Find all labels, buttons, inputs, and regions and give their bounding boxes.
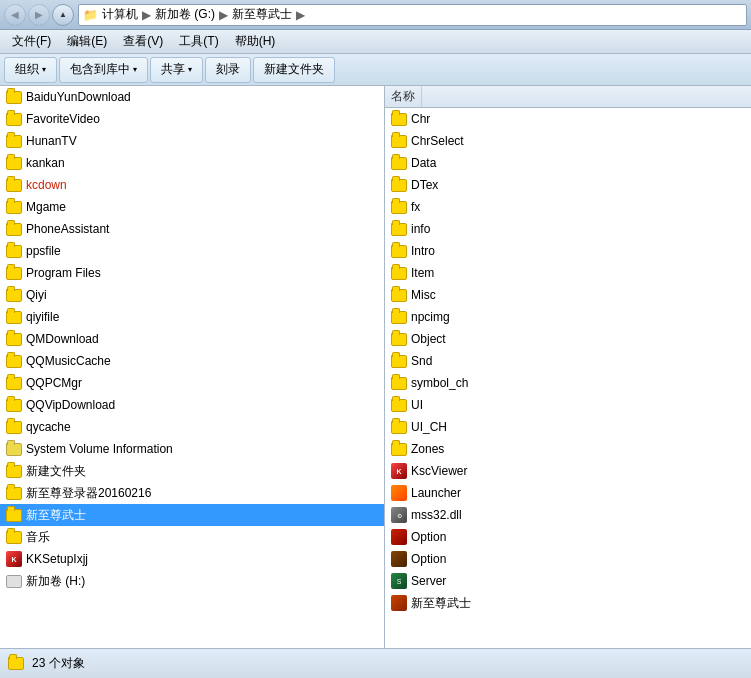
library-label: 包含到库中 (70, 61, 130, 78)
address-icon: 📁 (83, 8, 98, 22)
list-item[interactable]: info (385, 218, 751, 240)
file-icon (391, 155, 407, 171)
list-item[interactable]: System Volume Information (0, 438, 384, 460)
list-item-label: Server (411, 574, 446, 588)
file-icon (391, 397, 407, 413)
status-count: 23 个对象 (32, 655, 85, 672)
list-item-label: Option (411, 552, 446, 566)
library-button[interactable]: 包含到库中 ▾ (59, 57, 148, 83)
menu-edit[interactable]: 编辑(E) (59, 31, 115, 52)
list-item[interactable]: fx (385, 196, 751, 218)
list-item[interactable]: 新至尊武士 (385, 592, 751, 614)
list-item-label: Mgame (26, 200, 66, 214)
organize-button[interactable]: 组织 ▾ (4, 57, 57, 83)
list-item[interactable]: FavoriteVideo (0, 108, 384, 130)
left-panel[interactable]: BaiduYunDownloadFavoriteVideoHunanTVkank… (0, 86, 385, 648)
list-item[interactable]: qycache (0, 416, 384, 438)
forward-button[interactable]: ▶ (28, 4, 50, 26)
list-item-label: Option (411, 530, 446, 544)
address-part-2: 新加卷 (G:) (155, 6, 215, 23)
file-icon (391, 111, 407, 127)
list-item[interactable]: QQVipDownload (0, 394, 384, 416)
list-item[interactable]: QQMusicCache (0, 350, 384, 372)
status-folder-icon (8, 657, 24, 670)
new-folder-button[interactable]: 新建文件夹 (253, 57, 335, 83)
list-item[interactable]: 新建文件夹 (0, 460, 384, 482)
list-item[interactable]: 新至尊武士 (0, 504, 384, 526)
list-item[interactable]: UI (385, 394, 751, 416)
back-button[interactable]: ◀ (4, 4, 26, 26)
file-icon (391, 529, 407, 545)
right-panel[interactable]: 名称 ChrChrSelectDataDTexfxinfoIntroItemMi… (385, 86, 751, 648)
menu-view[interactable]: 查看(V) (115, 31, 171, 52)
list-item-label: Zones (411, 442, 444, 456)
address-bar[interactable]: 📁 计算机 ▶ 新加卷 (G:) ▶ 新至尊武士 ▶ (78, 4, 747, 26)
list-item[interactable]: KKscViewer (385, 460, 751, 482)
list-item[interactable]: 音乐 (0, 526, 384, 548)
list-item-label: info (411, 222, 430, 236)
list-item[interactable]: DTex (385, 174, 751, 196)
file-icon (391, 221, 407, 237)
list-item[interactable]: ⚙mss32.dll (385, 504, 751, 526)
list-item[interactable]: QQPCMgr (0, 372, 384, 394)
menu-file[interactable]: 文件(F) (4, 31, 59, 52)
right-panel-header: 名称 (385, 86, 751, 108)
list-item[interactable]: Program Files (0, 262, 384, 284)
list-item[interactable]: Zones (385, 438, 751, 460)
list-item[interactable]: kcdown (0, 174, 384, 196)
address-part-3: 新至尊武士 (232, 6, 292, 23)
list-item-label: Data (411, 156, 436, 170)
file-icon (391, 353, 407, 369)
file-icon (391, 375, 407, 391)
file-icon: K (391, 463, 407, 479)
list-item-label: FavoriteVideo (26, 112, 100, 126)
new-folder-label: 新建文件夹 (264, 61, 324, 78)
list-item[interactable]: ppsfile (0, 240, 384, 262)
list-item-label: 新至尊武士 (411, 595, 471, 612)
list-item[interactable]: 新加卷 (H:) (0, 570, 384, 592)
list-item[interactable]: Launcher (385, 482, 751, 504)
list-item[interactable]: Intro (385, 240, 751, 262)
list-item[interactable]: qiyifile (0, 306, 384, 328)
share-chevron: ▾ (188, 65, 192, 74)
list-item[interactable]: Data (385, 152, 751, 174)
menu-bar: 文件(F) 编辑(E) 查看(V) 工具(T) 帮助(H) (0, 30, 751, 54)
list-item[interactable]: Mgame (0, 196, 384, 218)
list-item[interactable]: symbol_ch (385, 372, 751, 394)
list-item[interactable]: Item (385, 262, 751, 284)
list-item[interactable]: Option (385, 548, 751, 570)
list-item[interactable]: PhoneAssistant (0, 218, 384, 240)
list-item[interactable]: KKKSetupIxjj (0, 548, 384, 570)
list-item[interactable]: 新至尊登录器20160216 (0, 482, 384, 504)
toolbar: 组织 ▾ 包含到库中 ▾ 共享 ▾ 刻录 新建文件夹 (0, 54, 751, 86)
menu-tools[interactable]: 工具(T) (171, 31, 226, 52)
list-item-label: 新至尊武士 (26, 507, 86, 524)
right-items-container: ChrChrSelectDataDTexfxinfoIntroItemMiscn… (385, 108, 751, 614)
list-item[interactable]: npcimg (385, 306, 751, 328)
list-item[interactable]: ChrSelect (385, 130, 751, 152)
list-item[interactable]: Misc (385, 284, 751, 306)
list-item[interactable]: BaiduYunDownload (0, 86, 384, 108)
list-item[interactable]: UI_CH (385, 416, 751, 438)
list-item[interactable]: kankan (0, 152, 384, 174)
list-item-label: ppsfile (26, 244, 61, 258)
list-item[interactable]: Option (385, 526, 751, 548)
list-item[interactable]: Object (385, 328, 751, 350)
title-bar: ◀ ▶ ▲ 📁 计算机 ▶ 新加卷 (G:) ▶ 新至尊武士 ▶ (0, 0, 751, 30)
file-icon: S (391, 573, 407, 589)
list-item[interactable]: SServer (385, 570, 751, 592)
menu-help[interactable]: 帮助(H) (227, 31, 284, 52)
file-icon (391, 177, 407, 193)
list-item[interactable]: Chr (385, 108, 751, 130)
burn-button[interactable]: 刻录 (205, 57, 251, 83)
list-item[interactable]: HunanTV (0, 130, 384, 152)
list-item-label: Misc (411, 288, 436, 302)
list-item[interactable]: QMDownload (0, 328, 384, 350)
share-button[interactable]: 共享 ▾ (150, 57, 203, 83)
list-item-label: symbol_ch (411, 376, 468, 390)
file-icon (391, 287, 407, 303)
list-item[interactable]: Snd (385, 350, 751, 372)
list-item-label: Program Files (26, 266, 101, 280)
up-button[interactable]: ▲ (52, 4, 74, 26)
list-item[interactable]: Qiyi (0, 284, 384, 306)
